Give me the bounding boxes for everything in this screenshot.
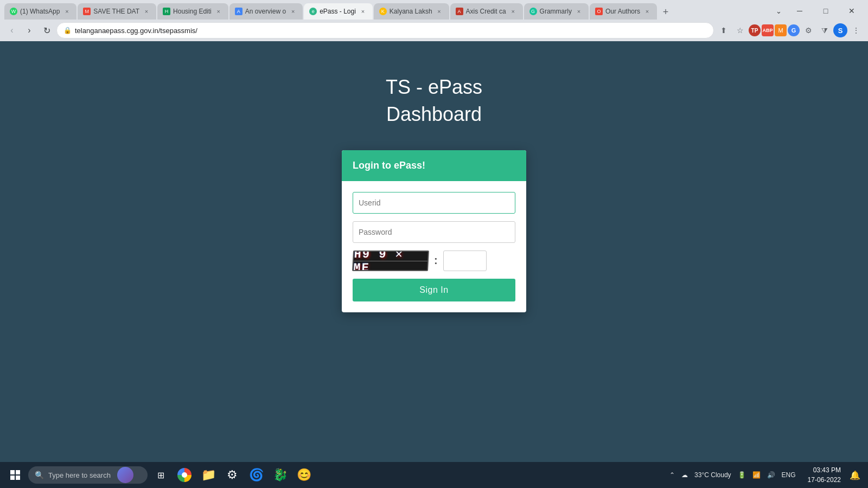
back-button[interactable]: ‹ — [4, 23, 20, 38]
tab-overview-close[interactable]: × — [289, 7, 297, 16]
tab-housing-close[interactable]: × — [214, 7, 223, 16]
tab-list-button[interactable]: ⌄ — [771, 4, 786, 18]
tab-housing-label: Housing Editi — [173, 8, 212, 15]
login-card-header: Login to ePass! — [342, 150, 526, 181]
taskbar-app6[interactable]: 😊 — [293, 464, 315, 486]
taskbar-explorer-app[interactable]: 📁 — [197, 464, 219, 486]
tab-kalyana-close[interactable]: × — [435, 7, 444, 16]
authors-tab-icon: O — [595, 8, 603, 15]
tab-axis-close[interactable]: × — [509, 7, 518, 16]
page-content: TS - ePass Dashboard Login to ePass! H9 … — [0, 41, 868, 462]
captcha-input[interactable] — [443, 251, 487, 271]
tab-savethedate[interactable]: M SAVE THE DAT × — [78, 3, 156, 20]
tab-epass[interactable]: e ePass - Logi × — [304, 3, 373, 20]
extensions-button[interactable]: ⚙ — [801, 23, 816, 38]
share-icon[interactable]: ⬆ — [716, 23, 731, 38]
taskbar-search[interactable]: 🔍 Type here to search — [28, 466, 148, 484]
tab-controls: ⌄ ─ □ ✕ — [771, 2, 864, 20]
maximize-button[interactable]: □ — [814, 2, 838, 20]
tab-savethedate-close[interactable]: × — [142, 7, 151, 16]
tab-grammarly-label: Grammarly — [540, 8, 572, 15]
tab-authors[interactable]: O Our Authors × — [590, 3, 657, 20]
extension-abp[interactable]: ABP — [762, 24, 774, 36]
url-bar[interactable]: 🔒 telanganaepass.cgg.gov.in/tsepassmis/ — [56, 22, 714, 38]
toolbar-icons: ⬆ ☆ TP ABP M G ⚙ ⧩ S ⋮ — [716, 23, 864, 38]
notification-icon: 🔔 — [850, 470, 860, 480]
tray-weather-text: 33°C Cloudy — [692, 470, 733, 480]
extension-tp[interactable]: TP — [749, 24, 761, 36]
taskbar-chrome-app[interactable] — [174, 464, 195, 486]
axis-tab-icon: A — [456, 8, 463, 15]
minimize-button[interactable]: ─ — [788, 2, 812, 20]
taskbar-search-placeholder: Type here to search — [48, 471, 111, 479]
tab-grammarly-close[interactable]: × — [575, 7, 583, 16]
login-card-header-title: Login to ePass! — [353, 160, 515, 171]
tab-kalyana[interactable]: K Kalyana Laksh × — [374, 3, 449, 20]
close-button[interactable]: ✕ — [840, 2, 864, 20]
tab-whatsapp[interactable]: W (1) WhatsApp × — [4, 3, 76, 20]
tab-epass-label: ePass - Logi — [320, 8, 356, 15]
tab-bar: W (1) WhatsApp × M SAVE THE DAT × H Hous… — [0, 0, 868, 20]
tab-overview-label: An overview o — [245, 8, 286, 15]
task-view-button[interactable]: ⊞ — [150, 464, 171, 486]
windows-logo-icon — [10, 470, 20, 480]
chrome-icon — [177, 468, 192, 482]
menu-icon[interactable]: ⋮ — [848, 23, 864, 38]
profile-icon[interactable]: S — [833, 23, 847, 37]
taskbar: 🔍 Type here to search ⊞ 📁 ⚙ 🌀 🐉 😊 ⌃ ☁ 33… — [0, 462, 868, 488]
tray-chevron[interactable]: ⌃ — [667, 470, 677, 480]
tab-axis[interactable]: A Axis Credit ca × — [450, 3, 523, 20]
userid-input[interactable] — [353, 192, 515, 214]
sign-in-button[interactable]: Sign In — [353, 279, 515, 301]
overview-tab-icon: A — [235, 8, 242, 15]
extension-google[interactable]: G — [788, 24, 800, 36]
tray-volume-icon[interactable]: 🔊 — [765, 470, 777, 480]
login-card-body: H9 9 ✕ ME : Sign In — [342, 181, 526, 312]
captcha-colon: : — [434, 254, 438, 267]
tab-axis-label: Axis Credit ca — [466, 8, 506, 15]
tab-whatsapp-close[interactable]: × — [62, 7, 71, 16]
savethedate-tab-icon: M — [83, 8, 91, 15]
lock-icon: 🔒 — [63, 27, 72, 34]
whatsapp-tab-icon: W — [10, 8, 17, 15]
system-clock[interactable]: 03:43 PM 17-06-2022 — [805, 465, 844, 485]
password-input[interactable] — [353, 221, 515, 243]
taskbar-app5[interactable]: 🐉 — [269, 464, 291, 486]
tab-grammarly[interactable]: G Grammarly × — [524, 3, 589, 20]
tray-weather-icon[interactable]: ☁ — [679, 470, 690, 480]
url-text: telanganaepass.cgg.gov.in/tsepassmis/ — [75, 27, 707, 35]
reload-button[interactable]: ↻ — [39, 23, 54, 38]
extensions-list[interactable]: ⧩ — [817, 23, 832, 38]
tray-language[interactable]: ENG — [780, 470, 798, 480]
address-bar: ‹ › ↻ 🔒 telanganaepass.cgg.gov.in/tsepas… — [0, 20, 868, 41]
new-tab-button[interactable]: + — [658, 4, 673, 20]
forward-button[interactable]: › — [22, 23, 37, 38]
bookmark-icon[interactable]: ☆ — [732, 23, 748, 38]
tab-kalyana-label: Kalyana Laksh — [390, 8, 432, 15]
notification-button[interactable]: 🔔 — [846, 466, 864, 484]
housing-tab-icon: H — [163, 8, 170, 15]
tray-battery-icon[interactable]: 🔋 — [736, 470, 748, 480]
extension-metamask[interactable]: M — [775, 24, 787, 36]
tab-epass-close[interactable]: × — [359, 7, 367, 16]
grammarly-tab-icon: G — [529, 8, 537, 15]
login-card: Login to ePass! H9 9 ✕ ME : Sign In — [342, 150, 526, 312]
taskbar-search-decoration — [117, 467, 133, 483]
taskbar-settings-app[interactable]: ⚙ — [221, 464, 243, 486]
browser-chrome: W (1) WhatsApp × M SAVE THE DAT × H Hous… — [0, 0, 868, 41]
kalyana-tab-icon: K — [379, 8, 387, 15]
clock-time: 03:43 PM — [808, 465, 841, 475]
clock-date: 17-06-2022 — [808, 475, 841, 485]
tab-authors-close[interactable]: × — [643, 7, 652, 16]
epass-tab-icon: e — [309, 8, 317, 15]
tab-housing[interactable]: H Housing Editi × — [157, 3, 228, 20]
start-button[interactable] — [4, 464, 26, 486]
taskbar-search-icon: 🔍 — [35, 471, 44, 479]
captcha-image: H9 9 ✕ ME — [352, 251, 429, 271]
system-tray: ⌃ ☁ 33°C Cloudy 🔋 📶 🔊 ENG — [663, 470, 802, 480]
tray-network-icon[interactable]: 📶 — [750, 470, 763, 480]
tab-whatsapp-label: (1) WhatsApp — [20, 8, 60, 15]
taskbar-browser2-app[interactable]: 🌀 — [245, 464, 267, 486]
tab-savethedate-label: SAVE THE DAT — [93, 8, 139, 15]
tab-overview[interactable]: A An overview o × — [229, 3, 303, 20]
